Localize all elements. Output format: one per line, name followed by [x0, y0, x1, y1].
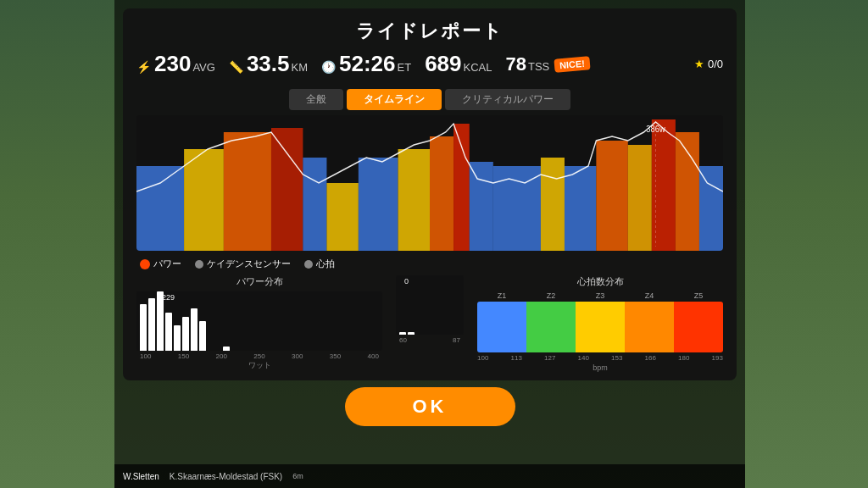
svg-rect-7	[359, 158, 398, 251]
svg-rect-1	[136, 166, 184, 251]
cadence-distribution: 0 6087	[396, 275, 464, 372]
distance-icon: 📏	[229, 60, 243, 74]
ok-button[interactable]: OK	[345, 387, 515, 426]
svg-rect-8	[398, 149, 430, 251]
dist-bar	[148, 298, 155, 351]
star-rating: ★ 0/0	[694, 58, 723, 70]
legend-cadence: ケイデンスセンサー	[195, 258, 291, 270]
nice-badge: NICE!	[554, 56, 591, 73]
hr-dist-title: 心拍数分布	[477, 275, 723, 288]
hr-bar-z2	[526, 302, 576, 352]
chart-legend: パワー ケイデンスセンサー 心拍	[136, 258, 723, 270]
svg-rect-6	[326, 183, 358, 251]
svg-rect-15	[596, 141, 627, 251]
power-distribution: パワー分布 229 100150200250300350400	[136, 275, 382, 372]
cadence-dist-bars: 0	[396, 275, 464, 335]
tab-critical-power[interactable]: クリティカルパワー	[445, 89, 570, 110]
legend-hr: 心拍	[304, 258, 335, 270]
modal-title: ライドレポート	[136, 19, 723, 44]
hr-bars	[477, 302, 723, 352]
hr-bar-z3	[576, 302, 625, 352]
power-unit-label: ワット	[136, 360, 382, 371]
cadence-zero: 0	[404, 277, 409, 286]
svg-rect-14	[565, 166, 596, 251]
distance-value: 33.5	[247, 51, 290, 77]
svg-rect-13	[541, 158, 565, 251]
dist-bar	[399, 332, 406, 335]
dist-bar	[140, 304, 147, 351]
legend-power: パワー	[140, 258, 181, 270]
hr-unit-label: bpm	[477, 363, 723, 372]
distribution-row: パワー分布 229 100150200250300350400	[136, 275, 723, 372]
tss-stat: 78 TSS	[505, 53, 549, 75]
power-dist-bars: 229	[136, 291, 382, 351]
chart-svg: 386w	[136, 115, 723, 251]
distance-stat: 📏 33.5 KM	[229, 51, 308, 77]
star-icon: ★	[694, 58, 704, 70]
svg-rect-17	[652, 119, 676, 251]
bottom-rider-left: W.Sletten	[123, 472, 159, 481]
svg-rect-19	[699, 166, 723, 251]
bottom-bar: W.Sletten K.Skaarnæs-Moldestad (FSK) 6m	[114, 464, 745, 488]
tab-timeline[interactable]: タイムライン	[347, 89, 442, 110]
power-icon: ⚡	[136, 60, 151, 74]
hr-axis: 100113127140153166180193	[477, 352, 723, 363]
legend-power-label: パワー	[153, 258, 181, 270]
power-value: 230	[154, 51, 191, 77]
svg-rect-11	[470, 162, 493, 251]
power-dist-title: パワー分布	[136, 275, 382, 288]
calories-value: 689	[425, 51, 461, 77]
svg-rect-3	[224, 132, 271, 251]
time-stat: 🕐 52:26 ET	[321, 51, 411, 77]
hr-bar-z1	[477, 302, 526, 352]
cadence-axis: 6087	[396, 335, 464, 344]
ride-report-modal: ライドレポート ⚡ 230 AVG 📏 33.5 KM 🕐 52:26 ET	[123, 8, 737, 380]
hr-distribution: 心拍数分布 Z1 Z2 Z3 Z4 Z5 1001131271401531661	[477, 275, 723, 372]
dist-bar	[174, 325, 181, 351]
svg-rect-5	[303, 158, 326, 251]
dist-bar	[223, 347, 230, 351]
tss-unit: TSS	[528, 60, 549, 73]
bottom-distance: 6m	[292, 472, 303, 480]
svg-rect-10	[453, 124, 470, 251]
tss-container: 78 TSS NICE!	[505, 53, 590, 75]
legend-cadence-label: ケイデンスセンサー	[207, 258, 291, 270]
timeline-chart: 386w	[136, 115, 723, 251]
svg-rect-9	[430, 136, 453, 251]
stats-row: ⚡ 230 AVG 📏 33.5 KM 🕐 52:26 ET 689 KCAL	[136, 51, 723, 82]
svg-rect-4	[271, 128, 303, 251]
distance-unit: KM	[292, 61, 309, 74]
svg-text:386w: 386w	[646, 125, 665, 134]
modal-overlay: ライドレポート ⚡ 230 AVG 📏 33.5 KM 🕐 52:26 ET	[114, 0, 745, 488]
tab-overall[interactable]: 全般	[289, 89, 343, 110]
time-icon: 🕐	[321, 60, 336, 74]
power-axis: 100150200250300350400	[136, 351, 382, 360]
tabs: 全般 タイムライン クリティカルパワー	[136, 89, 723, 110]
svg-rect-2	[184, 149, 224, 251]
time-value: 52:26	[339, 51, 396, 77]
hr-bar-z5	[674, 302, 723, 352]
power-peak-label: 229	[162, 293, 175, 302]
calories-unit: KCAL	[464, 61, 492, 74]
bottom-rider-center: K.Skaarnæs-Moldestad (FSK)	[170, 472, 282, 481]
time-unit: ET	[398, 61, 412, 74]
ok-button-container: OK	[345, 387, 515, 426]
hr-zone-labels: Z1 Z2 Z3 Z4 Z5	[477, 291, 723, 302]
power-stat: ⚡ 230 AVG	[136, 51, 215, 77]
svg-rect-18	[676, 132, 699, 251]
dist-bar	[199, 321, 206, 351]
calories-stat: 689 KCAL	[425, 51, 492, 77]
tss-value: 78	[505, 53, 526, 75]
power-unit: AVG	[192, 61, 215, 74]
dist-bar	[165, 313, 172, 351]
legend-hr-label: 心拍	[316, 258, 335, 270]
dist-bar	[191, 308, 198, 351]
dist-bar	[408, 332, 415, 335]
svg-rect-16	[628, 145, 652, 251]
dist-bar	[182, 317, 189, 351]
rating-value: 0/0	[708, 58, 723, 70]
hr-bar-z4	[625, 302, 674, 352]
